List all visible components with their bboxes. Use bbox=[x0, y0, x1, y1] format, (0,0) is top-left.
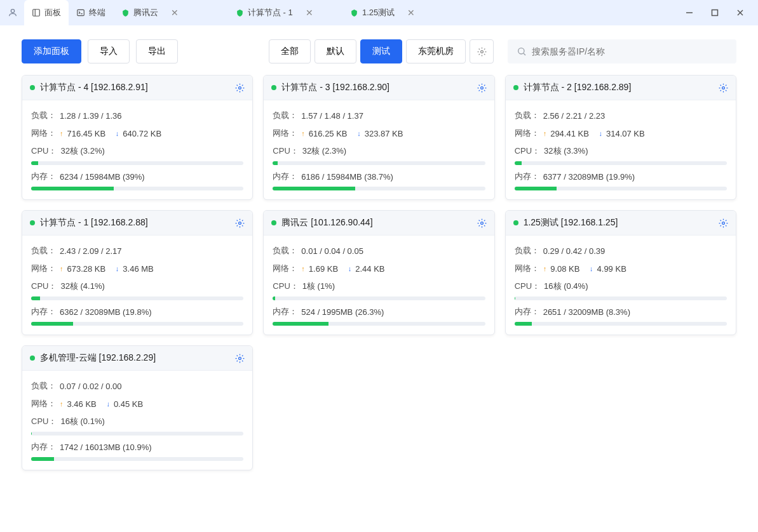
arrow-down-icon: ↓ bbox=[599, 130, 603, 137]
gear-icon[interactable] bbox=[477, 83, 487, 93]
mem-bar bbox=[515, 322, 727, 326]
tab-label: 腾讯云 bbox=[133, 7, 158, 18]
cpu-bar bbox=[273, 161, 485, 165]
arrow-down-icon: ↓ bbox=[106, 400, 110, 408]
filter-dongguan[interactable]: 东莞机房 bbox=[406, 39, 466, 63]
svg-point-13 bbox=[480, 86, 483, 89]
cpu-bar bbox=[515, 296, 727, 300]
tab-1[interactable]: 终端 bbox=[69, 0, 113, 25]
mem-row: 内存：524 / 1995MB (26.3%) bbox=[273, 303, 485, 321]
load-value: 1.28 / 1.39 / 1.36 bbox=[60, 111, 122, 121]
mem-row: 内存：6186 / 15984MB (38.7%) bbox=[273, 168, 485, 185]
svg-rect-6 bbox=[712, 10, 718, 16]
cpu-value: 32核 (2.3%) bbox=[302, 145, 346, 157]
gear-icon[interactable] bbox=[719, 218, 728, 228]
close-icon[interactable]: ✕ bbox=[171, 8, 179, 17]
mem-bar bbox=[273, 187, 485, 190]
cpu-row: CPU：32核 (2.3%) bbox=[273, 142, 485, 160]
net-down: 0.45 KB bbox=[114, 399, 143, 409]
mem-row: 内存：6234 / 15984MB (39%) bbox=[31, 168, 243, 185]
server-name: 计算节点 - 4 [192.168.2.91] bbox=[40, 82, 230, 93]
search-input[interactable] bbox=[532, 46, 728, 57]
svg-point-10 bbox=[518, 48, 524, 54]
net-up: 716.45 KB bbox=[67, 129, 106, 138]
maximize-button[interactable] bbox=[710, 8, 720, 18]
gear-icon[interactable] bbox=[477, 218, 487, 228]
server-card[interactable]: 多机管理-云端 [192.168.2.29]负载：0.07 / 0.02 / 0… bbox=[22, 345, 253, 470]
filter-test[interactable]: 测试 bbox=[360, 39, 402, 63]
server-name: 计算节点 - 1 [192.168.2.88] bbox=[40, 217, 230, 229]
load-value: 1.57 / 1.48 / 1.37 bbox=[301, 111, 363, 121]
card-header: 计算节点 - 4 [192.168.2.91] bbox=[22, 76, 252, 100]
server-name: 计算节点 - 2 [192.168.2.89] bbox=[524, 82, 714, 93]
net-row: 网络： ↑ 716.45 KB ↓ 640.72 KB bbox=[31, 124, 243, 142]
card-body: 负载：1.57 / 1.48 / 1.37网络： ↑ 616.25 KB ↓ 3… bbox=[264, 100, 494, 199]
user-icon[interactable] bbox=[8, 8, 18, 18]
card-header: 计算节点 - 2 [192.168.2.89] bbox=[506, 76, 736, 100]
filter-all[interactable]: 全部 bbox=[269, 39, 311, 63]
filter-default[interactable]: 默认 bbox=[315, 39, 356, 63]
minimize-button[interactable] bbox=[684, 8, 694, 18]
add-panel-button[interactable]: 添加面板 bbox=[22, 39, 81, 63]
card-header: 计算节点 - 1 [192.168.2.88] bbox=[22, 211, 252, 236]
arrow-down-icon: ↓ bbox=[116, 265, 119, 272]
net-down: 4.99 KB bbox=[597, 264, 626, 274]
close-icon[interactable]: ✕ bbox=[407, 8, 415, 17]
cpu-bar bbox=[31, 161, 243, 165]
server-card[interactable]: 计算节点 - 1 [192.168.2.88]负载：2.43 / 2.09 / … bbox=[22, 210, 253, 335]
gear-icon[interactable] bbox=[235, 83, 245, 93]
net-down: 323.87 KB bbox=[365, 129, 403, 138]
net-row: 网络： ↑ 616.25 KB ↓ 323.87 KB bbox=[273, 124, 485, 142]
server-card[interactable]: 1.25测试 [192.168.1.25]负载：0.29 / 0.42 / 0.… bbox=[505, 210, 736, 335]
server-icon bbox=[121, 8, 130, 17]
tab-3[interactable]: 计算节点 - 1✕ bbox=[227, 0, 342, 25]
load-value: 0.29 / 0.42 / 0.39 bbox=[543, 246, 606, 256]
load-value: 2.43 / 2.09 / 2.17 bbox=[60, 246, 122, 256]
svg-point-16 bbox=[480, 222, 483, 224]
window-controls bbox=[684, 8, 753, 18]
cpu-row: CPU：1核 (1%) bbox=[273, 277, 485, 295]
svg-point-0 bbox=[11, 10, 14, 13]
net-row: 网络： ↑ 9.08 KB ↓ 4.99 KB bbox=[515, 260, 727, 277]
server-icon bbox=[349, 8, 358, 17]
server-card[interactable]: 计算节点 - 4 [192.168.2.91]负载：1.28 / 1.39 / … bbox=[22, 75, 253, 200]
svg-rect-1 bbox=[33, 10, 40, 17]
net-row: 网络： ↑ 673.28 KB ↓ 3.46 MB bbox=[31, 260, 243, 277]
import-button[interactable]: 导入 bbox=[88, 39, 130, 63]
panel-icon bbox=[32, 8, 41, 17]
mem-value: 6362 / 32089MB (19.8%) bbox=[60, 307, 152, 317]
server-card[interactable]: 计算节点 - 2 [192.168.2.89]负载：2.56 / 2.21 / … bbox=[505, 75, 736, 200]
arrow-up-icon: ↑ bbox=[301, 265, 305, 272]
status-dot bbox=[30, 356, 35, 361]
load-row: 负载：2.56 / 2.21 / 2.23 bbox=[515, 107, 727, 124]
export-button[interactable]: 导出 bbox=[136, 39, 178, 63]
search-box[interactable] bbox=[508, 39, 736, 63]
tab-2[interactable]: 腾讯云✕ bbox=[113, 0, 227, 25]
gear-icon[interactable] bbox=[235, 218, 245, 228]
arrow-down-icon: ↓ bbox=[357, 130, 361, 137]
close-icon[interactable]: ✕ bbox=[306, 8, 313, 17]
card-body: 负载：2.43 / 2.09 / 2.17网络： ↑ 673.28 KB ↓ 3… bbox=[22, 236, 252, 335]
tab-4[interactable]: 1.25测试✕ bbox=[342, 0, 456, 25]
toolbar: 添加面板 导入 导出 全部 默认 测试 东莞机房 bbox=[0, 25, 758, 75]
status-dot bbox=[30, 85, 35, 90]
svg-point-15 bbox=[239, 222, 241, 224]
arrow-up-icon: ↑ bbox=[60, 130, 64, 137]
cpu-value: 1核 (1%) bbox=[302, 281, 335, 292]
server-card[interactable]: 腾讯云 [101.126.90.44]负载：0.01 / 0.04 / 0.05… bbox=[263, 210, 494, 335]
tab-0[interactable]: 面板 bbox=[24, 0, 69, 25]
gear-icon[interactable] bbox=[719, 83, 728, 93]
gear-icon[interactable] bbox=[235, 354, 245, 363]
close-button[interactable] bbox=[735, 8, 745, 18]
load-row: 负载：1.57 / 1.48 / 1.37 bbox=[273, 107, 485, 124]
settings-button[interactable] bbox=[470, 39, 494, 63]
load-row: 负载：0.29 / 0.42 / 0.39 bbox=[515, 242, 727, 260]
net-up: 294.41 KB bbox=[550, 129, 589, 138]
mem-row: 内存：6362 / 32089MB (19.8%) bbox=[31, 303, 243, 321]
net-down: 640.72 KB bbox=[123, 129, 161, 138]
server-card[interactable]: 计算节点 - 3 [192.168.2.90]负载：1.57 / 1.48 / … bbox=[263, 75, 494, 200]
search-icon bbox=[517, 46, 527, 57]
load-value: 2.56 / 2.21 / 2.23 bbox=[543, 111, 606, 121]
svg-point-18 bbox=[239, 357, 241, 359]
net-row: 网络： ↑ 294.41 KB ↓ 314.07 KB bbox=[515, 124, 727, 142]
